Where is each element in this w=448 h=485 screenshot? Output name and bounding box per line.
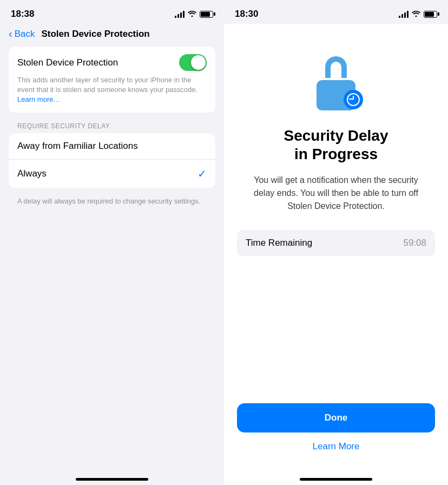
home-indicator xyxy=(76,478,148,481)
page-title: Stolen Device Protection xyxy=(41,29,149,40)
left-status-icons xyxy=(175,10,213,18)
option-always[interactable]: Always ✓ xyxy=(9,160,215,188)
navigation-bar: ‹ Back Stolen Device Protection xyxy=(0,24,224,47)
right-bottom-actions: Done Learn More xyxy=(224,403,448,474)
toggle-row: Stolen Device Protection xyxy=(17,54,207,71)
security-delay-title: Security Delay in Progress xyxy=(284,127,388,163)
stolen-device-toggle[interactable] xyxy=(179,54,207,71)
left-screen: 18:38 ‹ Back Stolen xyxy=(0,0,224,485)
learn-more-button[interactable]: Learn More xyxy=(313,441,360,452)
back-button[interactable]: ‹ Back xyxy=(9,28,35,40)
security-delay-options: Away from Familiar Locations Always ✓ xyxy=(9,133,215,188)
signal-icon xyxy=(175,10,185,18)
right-status-bar: 18:30 xyxy=(224,0,448,24)
stolen-device-protection-card: Stolen Device Protection This adds anoth… xyxy=(9,47,215,113)
right-home-indicator xyxy=(300,478,372,481)
option-away[interactable]: Away from Familiar Locations xyxy=(9,133,215,160)
time-remaining-value: 59:08 xyxy=(403,238,426,248)
checkmark-icon: ✓ xyxy=(197,167,207,180)
security-delay-description: You will get a notification when the sec… xyxy=(249,174,423,213)
require-section-label: REQUIRE SECURITY DELAY xyxy=(17,122,207,130)
left-content: Stolen Device Protection This adds anoth… xyxy=(0,47,224,478)
security-delay-icon xyxy=(309,56,363,110)
left-status-bar: 18:38 xyxy=(0,0,224,24)
clock-minute-hand xyxy=(349,99,353,100)
clock-badge-icon xyxy=(344,90,363,109)
options-footer: A delay will always be required to chang… xyxy=(9,192,215,211)
learn-more-link[interactable]: Learn more… xyxy=(17,95,60,103)
time-remaining-box: Time Remaining 59:08 xyxy=(237,230,435,256)
done-button[interactable]: Done xyxy=(237,403,435,432)
back-label: Back xyxy=(15,29,35,40)
toggle-label: Stolen Device Protection xyxy=(17,57,118,68)
toggle-knob xyxy=(191,55,206,70)
right-status-time: 18:30 xyxy=(235,9,258,19)
toggle-description: This adds another layer of security to y… xyxy=(17,75,207,105)
done-button-label: Done xyxy=(325,412,348,423)
option-away-label: Away from Familiar Locations xyxy=(17,141,138,152)
wifi-icon xyxy=(188,10,196,18)
left-status-time: 18:38 xyxy=(11,9,34,19)
security-delay-content: Security Delay in Progress You will get … xyxy=(224,24,448,403)
clock-face xyxy=(347,93,360,106)
right-screen: 18:30 xyxy=(224,0,448,485)
back-chevron-icon: ‹ xyxy=(9,28,12,40)
right-battery-icon xyxy=(424,11,437,18)
right-status-icons xyxy=(399,10,437,18)
lock-shackle xyxy=(325,56,347,78)
option-always-label: Always xyxy=(17,168,47,179)
right-wifi-icon xyxy=(412,10,420,18)
battery-icon xyxy=(200,11,213,18)
right-signal-icon xyxy=(399,10,409,18)
time-remaining-label: Time Remaining xyxy=(246,238,312,248)
